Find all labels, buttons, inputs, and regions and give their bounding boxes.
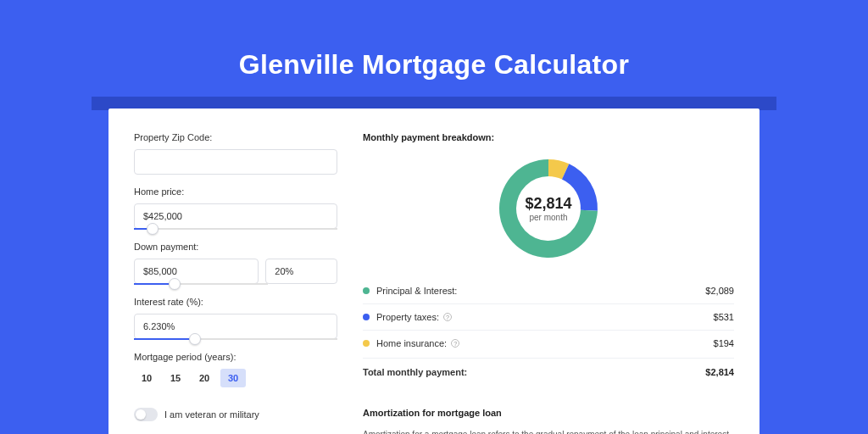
zip-label: Property Zip Code:: [134, 132, 337, 142]
donut-chart: $2,814 per month: [494, 154, 603, 263]
info-icon[interactable]: ?: [451, 339, 459, 348]
amort-section: Amortization for mortgage loan Amortizat…: [363, 403, 734, 434]
rate-group: Interest rate (%):: [134, 297, 337, 340]
legend-dot-green: [363, 287, 370, 294]
period-btn-15[interactable]: 15: [163, 369, 188, 387]
down-slider-thumb[interactable]: [169, 278, 181, 290]
price-input[interactable]: [134, 203, 337, 229]
down-label: Down payment:: [134, 242, 337, 252]
period-label: Mortgage period (years):: [134, 352, 337, 362]
zip-group: Property Zip Code:: [134, 132, 337, 175]
legend-value: $194: [714, 338, 734, 348]
legend-row-1: Property taxes:?$531: [363, 304, 734, 331]
info-icon[interactable]: ?: [443, 313, 452, 321]
period-options: 10152030: [134, 369, 337, 387]
donut-wrap: $2,814 per month: [363, 154, 734, 263]
inputs-panel: Property Zip Code: Home price: Down paym…: [134, 132, 337, 434]
rate-label: Interest rate (%):: [134, 297, 337, 307]
legend-dot-yellow: [363, 340, 370, 347]
down-slider[interactable]: [134, 283, 268, 285]
rate-slider-fill: [134, 338, 195, 340]
legend-dot-blue: [363, 314, 370, 320]
period-btn-30[interactable]: 30: [220, 369, 246, 387]
total-label: Total monthly payment:: [363, 367, 705, 377]
total-row: Total monthly payment: $2,814: [363, 358, 734, 386]
breakdown-title: Monthly payment breakdown:: [363, 132, 734, 142]
legend: Principal & Interest:$2,089Property taxe…: [363, 278, 734, 356]
legend-value: $2,089: [705, 286, 734, 296]
price-label: Home price:: [134, 186, 337, 197]
calculator-card: Property Zip Code: Home price: Down paym…: [108, 108, 760, 434]
page-title: Glenville Mortgage Calculator: [0, 0, 868, 81]
down-pct-input[interactable]: [265, 259, 337, 284]
rate-input[interactable]: [134, 314, 337, 339]
legend-label: Property taxes:?: [376, 312, 714, 322]
down-group: Down payment:: [134, 242, 337, 285]
price-slider[interactable]: [134, 228, 337, 230]
legend-label: Principal & Interest:: [376, 286, 705, 296]
down-input[interactable]: [134, 259, 259, 284]
total-value: $2,814: [705, 367, 734, 377]
veteran-label: I am veteran or military: [164, 409, 259, 420]
amort-text: Amortization for a mortgage loan refers …: [363, 428, 734, 434]
legend-label: Home insurance:?: [376, 338, 714, 348]
period-btn-10[interactable]: 10: [134, 369, 159, 387]
donut-amount: $2,814: [525, 195, 571, 213]
period-group: Mortgage period (years): 10152030: [134, 352, 337, 387]
legend-row-0: Principal & Interest:$2,089: [363, 278, 734, 304]
zip-input[interactable]: [134, 149, 337, 175]
veteran-row: I am veteran or military: [134, 408, 337, 421]
period-btn-20[interactable]: 20: [192, 369, 217, 387]
veteran-toggle[interactable]: [134, 408, 158, 421]
price-group: Home price:: [134, 186, 337, 230]
donut-center: $2,814 per month: [494, 154, 603, 263]
breakdown-panel: Monthly payment breakdown: $2,814 per mo…: [363, 132, 734, 434]
amort-title: Amortization for mortgage loan: [363, 408, 734, 418]
donut-sub: per month: [529, 213, 567, 222]
rate-slider[interactable]: [134, 338, 337, 340]
legend-row-2: Home insurance:?$194: [363, 331, 734, 356]
legend-value: $531: [714, 312, 734, 322]
rate-slider-thumb[interactable]: [189, 333, 201, 345]
price-slider-thumb[interactable]: [147, 223, 159, 235]
